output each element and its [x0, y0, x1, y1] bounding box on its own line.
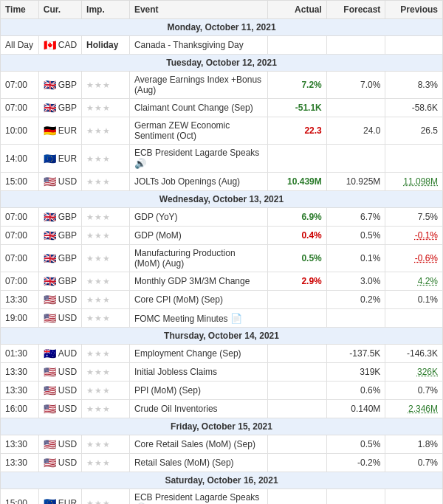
currency-code: AUD [58, 348, 77, 359]
event-time: 01:30 [1, 345, 39, 363]
event-previous [385, 145, 443, 173]
table-row: 07:00🇬🇧GBP★★★GDP (MoM)0.4%0.5%-0.1% [1, 227, 443, 245]
event-importance: ★★★ [82, 99, 130, 117]
country-flag: 🇬🇧 [44, 275, 56, 287]
event-previous: -146.3K [385, 345, 443, 363]
actual-value: 22.3 [304, 125, 321, 136]
actual-value: 0.5% [301, 253, 321, 263]
importance-stars: ★★★ [86, 499, 111, 505]
event-actual: 10.439M [268, 173, 326, 191]
importance-stars: ★★★ [86, 295, 111, 304]
sound-icon: 🔊 [134, 158, 146, 169]
event-title: JOLTs Job Openings (Aug) [134, 176, 240, 187]
event-importance: ★★★ [82, 291, 130, 309]
event-title: FOMC Meeting Minutes [134, 314, 228, 324]
event-actual [268, 145, 326, 173]
currency-code: USD [58, 294, 77, 305]
table-row: 13:30🇺🇸USD★★★Core Retail Sales (MoM) (Se… [1, 435, 443, 454]
event-actual [268, 454, 326, 472]
event-forecast: 0.5% [326, 227, 385, 245]
table-row: 13:30🇺🇸USD★★★Core CPI (MoM) (Sep)0.2%0.1… [1, 291, 443, 309]
event-actual: 22.3 [268, 117, 326, 145]
event-importance: ★★★ [82, 454, 130, 472]
event-title: Core Retail Sales (MoM) (Sep) [134, 439, 255, 449]
event-importance: ★★★ [82, 345, 130, 363]
event-importance: Holiday [82, 36, 130, 55]
table-row: All Day🇨🇦CADHolidayCanada - Thanksgiving… [1, 36, 443, 55]
event-previous: 7.5% [385, 208, 443, 227]
event-currency: 🇺🇸USD [38, 291, 81, 309]
event-time: 19:00 [1, 309, 39, 328]
country-flag: 🇬🇧 [44, 229, 56, 241]
event-currency: 🇺🇸USD [38, 363, 81, 382]
event-currency: 🇪🇺EUR [38, 145, 81, 173]
importance-stars: ★★★ [86, 367, 111, 376]
previous-value: 0.7% [418, 458, 438, 468]
previous-value: 2.346M [408, 404, 438, 414]
table-row: 19:00🇺🇸USD★★★FOMC Meeting Minutes 📄 [1, 309, 443, 328]
event-previous: 26.5 [385, 117, 443, 145]
event-name: Average Earnings Index +Bonus (Aug) [129, 72, 267, 99]
previous-value: -0.6% [415, 253, 438, 263]
forecast-value: 24.0 [363, 125, 380, 136]
forecast-value: 319K [360, 367, 380, 377]
day-header-row: Wednesday, October 13, 2021 [1, 191, 443, 208]
event-importance: ★★★ [82, 272, 130, 291]
event-forecast: 3.0% [326, 272, 385, 291]
importance-stars: ★★★ [86, 231, 111, 240]
event-actual [268, 291, 326, 309]
event-currency: 🇺🇸USD [38, 454, 81, 472]
event-currency: 🇺🇸USD [38, 435, 81, 454]
event-name: FOMC Meeting Minutes 📄 [129, 309, 267, 328]
currency-code: EUR [58, 498, 77, 505]
event-importance: ★★★ [82, 145, 130, 173]
event-title: ECB President Lagarde Speaks [134, 492, 259, 503]
country-flag: 🇺🇸 [44, 438, 56, 450]
event-title: GDP (MoM) [134, 230, 182, 241]
country-flag: 🇺🇸 [44, 312, 56, 324]
day-header-row: Friday, October 15, 2021 [1, 418, 443, 435]
event-forecast [326, 99, 385, 117]
actual-value: 7.2% [301, 80, 321, 90]
table-row: 13:30🇺🇸USD★★★PPI (MoM) (Sep)0.6%0.7% [1, 382, 443, 400]
event-title: German ZEW Economic Sentiment (Oct) [134, 120, 230, 141]
importance-stars: ★★★ [86, 103, 111, 112]
event-currency: 🇦🇺AUD [38, 345, 81, 363]
country-flag: 🇺🇸 [44, 457, 56, 469]
previous-value: 7.5% [418, 212, 438, 222]
event-time: 15:00 [1, 489, 39, 505]
country-flag: 🇺🇸 [44, 366, 56, 378]
country-flag: 🇺🇸 [44, 176, 56, 187]
importance-stars: ★★★ [86, 126, 111, 135]
event-previous: 0.7% [385, 454, 443, 472]
event-previous: 11.098M [385, 173, 443, 191]
event-title: Initial Jobless Claims [134, 367, 217, 377]
event-title: Average Earnings Index +Bonus (Aug) [134, 75, 261, 95]
forecast-value: 3.0% [360, 276, 380, 286]
document-icon: 📄 [230, 313, 242, 324]
table-row: 13:30🇺🇸USD★★★Initial Jobless Claims319K3… [1, 363, 443, 382]
previous-value: -146.3K [407, 348, 438, 359]
holiday-label: Holiday [86, 40, 118, 50]
importance-stars: ★★★ [86, 349, 111, 358]
event-actual [268, 435, 326, 454]
previous-value: 1.8% [418, 439, 438, 449]
event-importance: ★★★ [82, 117, 130, 145]
event-title: GDP (YoY) [134, 212, 178, 222]
currency-code: USD [58, 176, 77, 187]
event-importance: ★★★ [82, 382, 130, 400]
event-actual: 7.2% [268, 72, 326, 99]
event-name: GDP (MoM) [129, 227, 267, 245]
event-name: ECB President Lagarde Speaks 🔊 [129, 489, 267, 505]
previous-value: 8.3% [418, 80, 438, 90]
previous-value: 326K [417, 367, 438, 377]
day-header-label: Wednesday, October 13, 2021 [1, 191, 443, 208]
event-title: Manufacturing Production (MoM) (Aug) [134, 248, 236, 269]
event-name: Core CPI (MoM) (Sep) [129, 291, 267, 309]
event-actual: 0.5% [268, 245, 326, 272]
event-currency: 🇬🇧GBP [38, 272, 81, 291]
event-previous: 0.7% [385, 382, 443, 400]
event-currency: 🇺🇸USD [38, 382, 81, 400]
importance-stars: ★★★ [86, 440, 111, 449]
country-flag: 🇺🇸 [44, 294, 56, 305]
